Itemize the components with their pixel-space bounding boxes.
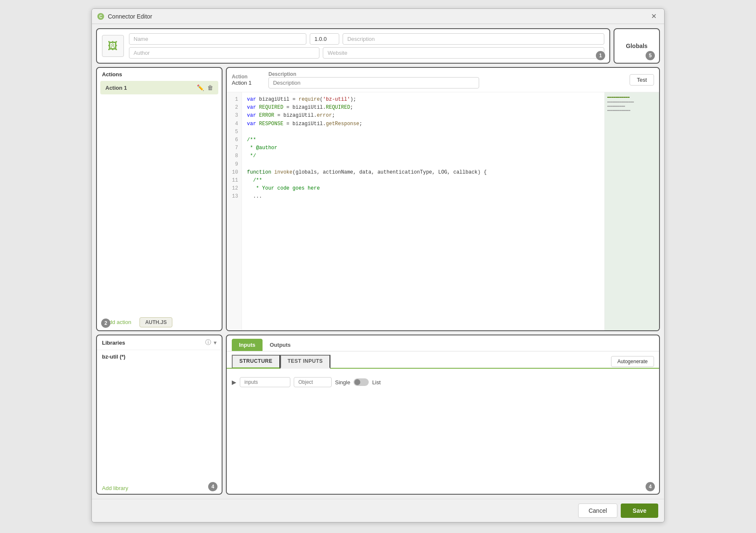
edit-action-icon[interactable]: ✏️ <box>197 84 204 91</box>
app-icon: C <box>97 13 105 20</box>
libraries-icons: ⓘ ▾ <box>205 339 217 346</box>
section-4-badge: 4 <box>208 482 217 491</box>
test-button[interactable]: Test <box>630 74 654 86</box>
library-item: bz-util (*) <box>97 350 222 363</box>
single-list-toggle: Single List <box>335 378 381 386</box>
title-bar-left: C Connector Editor <box>97 13 152 20</box>
io-tabs: Inputs Outputs <box>227 335 659 351</box>
action-item-icons: ✏️ 🗑 <box>197 84 213 91</box>
inputs-field[interactable] <box>240 377 290 387</box>
section-5-badge: 5 <box>646 51 655 60</box>
io-row: ▶ Single List <box>232 374 654 391</box>
add-library-link[interactable]: Add library <box>97 482 222 494</box>
form-row-top <box>129 33 604 45</box>
code-body: 1 2 3 4 5 6 7 8 9 10 11 12 13 <box>227 92 659 330</box>
code-preview: ▬▬▬▬▬▬▬▬▬▬▬ ▬▬▬▬▬▬▬▬▬▬▬▬▬▬▬ ▬▬▬▬▬▬▬▬▬▬ ▬… <box>604 92 659 330</box>
single-label: Single <box>335 379 350 386</box>
right-panel: Action Action 1 Description Test 1 2 <box>226 67 660 495</box>
io-content: ▶ Single List <box>227 369 659 494</box>
globals-panel[interactable]: Globals 5 <box>614 28 660 64</box>
io-sub-tabs: STRUCTURE TEST INPUTS Autogenerate <box>227 351 659 369</box>
connector-image[interactable]: 🖼 <box>102 35 124 57</box>
code-section-label: Action <box>232 74 252 80</box>
delete-action-icon[interactable]: 🗑 <box>207 84 213 91</box>
actions-panel: Actions Action 1 ✏️ 🗑 Add action AUTH.JS… <box>96 67 223 331</box>
author-input[interactable] <box>129 47 319 59</box>
code-content[interactable]: var bizagiUtil = require('bz-util'); var… <box>242 92 604 330</box>
bottom-bar: Cancel Save <box>92 499 664 522</box>
form-row-bottom <box>129 47 604 59</box>
title-bar: C Connector Editor ✕ <box>92 9 664 24</box>
libraries-panel: Libraries ⓘ ▾ bz-util (*) Add library 4 <box>96 335 223 495</box>
middle-section: Actions Action 1 ✏️ 🗑 Add action AUTH.JS… <box>96 67 660 495</box>
window-title: Connector Editor <box>108 13 152 20</box>
form-fields <box>129 33 604 59</box>
sub-tab-test-inputs[interactable]: TEST INPUTS <box>280 355 331 369</box>
code-description-col: Description <box>268 71 613 88</box>
line-numbers: 1 2 3 4 5 6 7 8 9 10 11 12 13 <box>227 92 242 330</box>
version-input[interactable] <box>310 33 339 45</box>
tab-inputs[interactable]: Inputs <box>232 339 263 351</box>
expand-chevron[interactable]: ▶ <box>232 379 236 386</box>
name-input[interactable] <box>129 33 306 45</box>
actions-footer: Add action AUTH.JS <box>97 314 222 330</box>
left-panel: Actions Action 1 ✏️ 🗑 Add action AUTH.JS… <box>96 67 223 495</box>
toggle-switch[interactable] <box>354 378 369 386</box>
libraries-body: bz-util (*) Add library <box>97 350 222 494</box>
type-field[interactable] <box>294 377 332 387</box>
section-1-badge: 1 <box>596 51 605 60</box>
code-description-input[interactable] <box>268 77 479 88</box>
save-button[interactable]: Save <box>621 504 658 518</box>
close-button[interactable]: ✕ <box>649 11 659 21</box>
description-input[interactable] <box>343 33 604 45</box>
sub-tab-structure[interactable]: STRUCTURE <box>232 355 280 369</box>
autogenerate-button[interactable]: Autogenerate <box>611 356 654 367</box>
svg-text:C: C <box>99 14 102 19</box>
dropdown-icon[interactable]: ▾ <box>214 339 217 346</box>
list-label: List <box>372 379 381 386</box>
connector-editor-window: C Connector Editor ✕ 🖼 <box>91 8 665 522</box>
cancel-button[interactable]: Cancel <box>578 504 618 518</box>
actions-title: Actions <box>97 68 222 79</box>
section-header: 🖼 1 Globals 5 <box>96 28 660 64</box>
website-input[interactable] <box>323 47 604 59</box>
action-item-label: Action 1 <box>105 85 127 91</box>
code-action-col: Action Action 1 <box>232 74 252 86</box>
libraries-title: Libraries <box>102 340 125 346</box>
section-2-badge: 2 <box>101 319 110 328</box>
code-header: Action Action 1 Description Test <box>227 68 659 92</box>
section-3-badge: 4 <box>646 482 655 491</box>
main-content: 🖼 1 Globals 5 <box>92 24 664 499</box>
globals-button[interactable]: Globals <box>626 43 647 49</box>
code-description-label: Description <box>268 71 613 77</box>
code-panel: Action Action 1 Description Test 1 2 <box>226 67 660 331</box>
tab-outputs[interactable]: Outputs <box>263 339 298 351</box>
io-panel: Inputs Outputs STRUCTURE TEST INPUTS Aut… <box>226 335 660 495</box>
info-icon[interactable]: ⓘ <box>205 339 211 346</box>
code-action-name: Action 1 <box>232 80 252 86</box>
image-icon: 🖼 <box>108 40 118 52</box>
libraries-header: Libraries ⓘ ▾ <box>97 335 222 350</box>
action-item[interactable]: Action 1 ✏️ 🗑 <box>100 81 218 94</box>
auth-js-button[interactable]: AUTH.JS <box>139 317 172 327</box>
header-form-panel: 🖼 1 <box>96 28 610 64</box>
